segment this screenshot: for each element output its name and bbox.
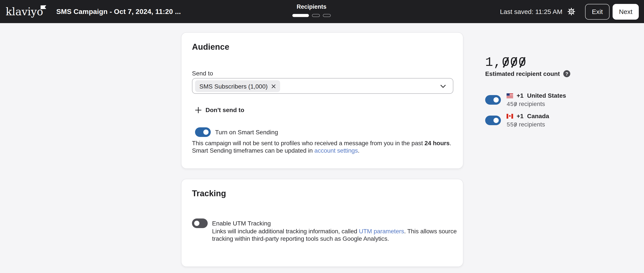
chip-remove-icon[interactable]: [272, 84, 276, 88]
help-icon[interactable]: ?: [563, 70, 570, 77]
ca-name: Canada: [527, 112, 549, 119]
tracking-card: Tracking Enable UTM Tracking Links will …: [181, 179, 463, 267]
us-dial-code: +1: [516, 92, 524, 99]
utm-tracking-label: Enable UTM Tracking: [212, 220, 271, 227]
send-to-label: Send to: [192, 70, 213, 77]
estimated-recipient-count: 1,000: [485, 55, 527, 70]
canada-toggle[interactable]: [485, 116, 501, 125]
tracking-heading: Tracking: [192, 189, 226, 198]
last-saved-text: Last saved: 11:25 AM: [500, 8, 562, 15]
country-row-canada: +1 Canada 550 recipients: [485, 112, 549, 128]
exit-button[interactable]: Exit: [585, 4, 610, 19]
utm-parameters-link[interactable]: UTM parameters: [359, 228, 404, 235]
audience-heading: Audience: [192, 42, 229, 52]
audience-chip[interactable]: SMS Subscribers (1,000): [195, 80, 280, 92]
step-label: Recipients: [292, 3, 331, 10]
audience-chip-label: SMS Subscribers (1,000): [200, 83, 268, 90]
top-bar: klaviyo SMS Campaign - Oct 7, 2024, 11:2…: [0, 0, 644, 23]
step-indicator: Recipients: [292, 3, 331, 17]
smart-sending-label: Turn on Smart Sending: [215, 129, 278, 136]
ca-flag-icon: [506, 114, 513, 118]
campaign-title: SMS Campaign - Oct 7, 2024, 11:20 ...: [56, 0, 181, 23]
next-button[interactable]: Next: [612, 4, 639, 19]
step-pill-3[interactable]: [323, 14, 331, 17]
ca-dial-code: +1: [516, 112, 524, 119]
settings-gear-icon[interactable]: [568, 8, 575, 15]
account-settings-link[interactable]: account settings: [314, 147, 358, 154]
step-pill-2[interactable]: [312, 14, 320, 17]
plus-icon: [195, 107, 202, 113]
step-pill-current[interactable]: [292, 14, 309, 17]
chevron-down-icon: [440, 85, 446, 88]
dont-send-to-button[interactable]: Don't send to: [195, 106, 244, 113]
us-recipients: 450 recipients: [506, 100, 566, 108]
audience-card: Audience Send to SMS Subscribers (1,000)…: [181, 32, 463, 169]
klaviyo-logo[interactable]: klaviyo: [6, 4, 51, 20]
send-to-select[interactable]: SMS Subscribers (1,000): [192, 78, 453, 94]
utm-description: Links will include additional tracking i…: [212, 228, 467, 243]
klaviyo-wordmark: klaviyo: [6, 6, 43, 18]
estimated-recipient-label: Estimated recipient count: [485, 70, 560, 77]
us-name: United States: [527, 92, 566, 99]
utm-tracking-toggle[interactable]: [192, 219, 208, 228]
united-states-toggle[interactable]: [485, 95, 501, 105]
us-flag-icon: [506, 93, 513, 98]
klaviyo-flag-icon: [40, 5, 46, 9]
ca-recipients: 550 recipients: [506, 121, 549, 128]
smart-sending-description: This campaign will not be sent to profil…: [192, 140, 453, 154]
smart-sending-toggle[interactable]: [195, 127, 211, 137]
country-row-united-states: +1 United States 450 recipients: [485, 92, 566, 108]
